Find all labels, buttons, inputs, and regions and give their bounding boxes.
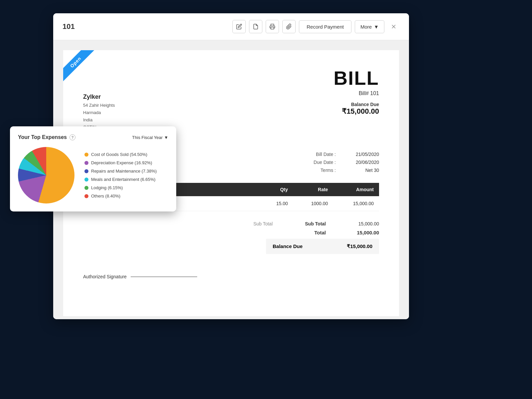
total-value: 15,000.00: [346, 230, 379, 235]
legend-item: Repairs and Maintenance (7.38%): [84, 169, 168, 174]
col-header-amount: Amount: [333, 183, 379, 196]
bill-date-label: Bill Date :: [306, 152, 336, 157]
balance-due-label: Balance Due: [333, 102, 379, 107]
legend-dot: [84, 186, 88, 190]
legend-dot: [84, 178, 88, 182]
print-button[interactable]: [266, 20, 279, 33]
legend-dot: [84, 169, 88, 173]
legend-item: Lodging (6.15%): [84, 185, 168, 190]
pie-chart: [18, 147, 74, 203]
authorized-signature: Authorized Signature: [83, 274, 379, 279]
bill-window-title: 101: [63, 22, 75, 31]
balance-due-row: Balance Due ₹15,000.00: [266, 239, 379, 254]
chevron-down-icon: ▼: [164, 135, 168, 140]
record-payment-button[interactable]: Record Payment: [299, 20, 351, 33]
subtotal-row: Sub Total Sub Total 15,000.00: [239, 221, 379, 226]
bill-totals: Sub Total Sub Total 15,000.00 Total 15,0…: [83, 221, 379, 254]
terms-row: Terms : Net 30: [306, 168, 379, 173]
col-header-rate: Rate: [293, 183, 333, 196]
total-row: Total 15,000.00: [233, 230, 379, 235]
close-button[interactable]: [388, 21, 400, 33]
total-label: Total: [233, 230, 326, 235]
legend-label: Cost of Goods Sold (54.50%): [91, 152, 147, 157]
attach-button[interactable]: [282, 20, 296, 33]
balance-due-amount: ₹15,000.00: [333, 107, 379, 116]
signature-line: [131, 277, 197, 277]
vendor-name: Zylker: [83, 93, 124, 100]
pie-chart-container: [18, 147, 74, 203]
balance-due-final-label: Balance Due: [273, 243, 303, 249]
bill-main-title: BILL: [333, 67, 379, 89]
more-button[interactable]: More ▼: [355, 20, 384, 33]
due-date-label: Due Date :: [306, 160, 336, 165]
bill-number: Bill# 101: [333, 90, 379, 96]
edit-button[interactable]: [232, 20, 246, 33]
legend-label: Meals and Entertainment (6.65%): [91, 177, 156, 182]
legend-label: Lodging (6.15%): [91, 185, 123, 190]
legend-label: Depreciation Expense (16.92%): [91, 160, 152, 165]
bill-title-section: BILL Bill# 101 Balance Due ₹15,000.00: [333, 67, 379, 116]
header-actions: Record Payment More ▼: [232, 20, 400, 33]
subtotal-label2: Sub Total: [293, 221, 326, 226]
legend-item: Others (8.40%): [84, 194, 168, 199]
chevron-down-icon: ▼: [374, 24, 379, 30]
legend-dot: [84, 161, 88, 165]
due-date-row: Due Date : 20/06/2020: [306, 160, 379, 165]
legend-dot: [84, 153, 88, 157]
balance-due-final-value: ₹15,000.00: [347, 243, 372, 249]
expenses-title: Your Top Expenses ?: [18, 134, 75, 140]
terms-value: Net 30: [346, 168, 379, 173]
item-amount: 15,000.00: [333, 196, 379, 211]
legend-label: Others (8.40%): [91, 194, 120, 199]
legend-item: Meals and Entertainment (6.65%): [84, 177, 168, 182]
terms-label: Terms :: [306, 168, 336, 173]
due-date-value: 20/06/2020: [346, 160, 379, 165]
expenses-body: Cost of Goods Sold (54.50%) Depreciation…: [18, 147, 168, 203]
bill-header: 101: [53, 13, 409, 40]
item-qty: 15.00: [261, 196, 293, 211]
subtotal-value: 15,000.00: [346, 221, 379, 226]
chart-legend: Cost of Goods Sold (54.50%) Depreciation…: [84, 152, 168, 199]
expenses-widget: Your Top Expenses ? This Fiscal Year ▼ C…: [10, 126, 176, 211]
col-header-qty: Qty: [261, 183, 293, 196]
bill-date-row: Bill Date : 21/05/2020: [306, 152, 379, 157]
subtotal-label1: Sub Total: [239, 221, 273, 226]
expenses-header: Your Top Expenses ? This Fiscal Year ▼: [18, 134, 168, 140]
fiscal-year-selector[interactable]: This Fiscal Year ▼: [132, 135, 168, 140]
item-rate: 1000.00: [293, 196, 333, 211]
info-icon[interactable]: ?: [69, 134, 75, 140]
legend-item: Cost of Goods Sold (54.50%): [84, 152, 168, 157]
pdf-button[interactable]: [249, 20, 262, 33]
legend-label: Repairs and Maintenance (7.38%): [91, 169, 157, 174]
open-banner: Open: [63, 50, 103, 90]
svg-rect-0: [271, 27, 274, 29]
legend-dot: [84, 194, 88, 198]
legend-item: Depreciation Expense (16.92%): [84, 160, 168, 165]
bill-date-value: 21/05/2020: [346, 152, 379, 157]
open-status-ribbon: Open: [63, 50, 96, 82]
